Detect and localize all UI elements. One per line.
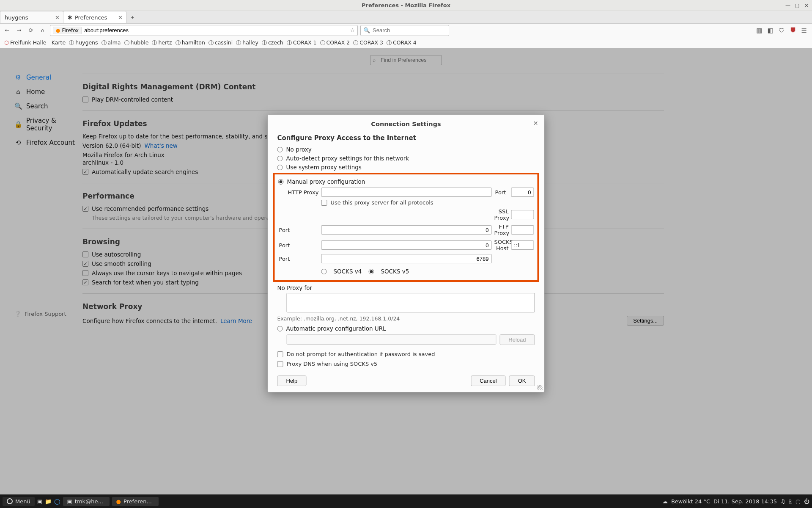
reload-button[interactable]: ⟳ bbox=[26, 26, 36, 35]
bookmark-star-icon[interactable]: ☆ bbox=[350, 27, 355, 33]
socks-port-input[interactable] bbox=[321, 254, 492, 263]
reload-button[interactable]: Reload bbox=[499, 334, 535, 345]
bookmark-item[interactable]: CORAX-1 bbox=[287, 39, 317, 46]
tray-clipboard-icon[interactable]: ⎘ bbox=[789, 498, 792, 505]
close-tab-icon[interactable]: ✕ bbox=[55, 14, 60, 21]
radio-system-proxy[interactable] bbox=[277, 165, 283, 170]
close-window-icon[interactable]: ✕ bbox=[804, 3, 809, 8]
tray-audio-icon[interactable]: ♫ bbox=[780, 498, 785, 505]
socks-v5-label: SOCKS v5 bbox=[381, 268, 409, 275]
bookmark-item[interactable]: cassini bbox=[208, 39, 233, 46]
bookmark-item[interactable]: halley bbox=[236, 39, 258, 46]
globe-icon bbox=[124, 40, 129, 45]
url-bar[interactable]: ● Firefox ☆ bbox=[50, 25, 358, 36]
globe-icon bbox=[208, 40, 214, 45]
globe-icon bbox=[69, 40, 74, 45]
tab-strip: huygens ✕ ✱ Preferences ✕ ＋ bbox=[0, 11, 812, 24]
proxy-dns-checkbox[interactable] bbox=[277, 361, 283, 367]
bookmark-item[interactable]: CORAX-2 bbox=[320, 39, 350, 46]
ok-button[interactable]: OK bbox=[509, 375, 535, 386]
bookmark-item[interactable]: hamilton bbox=[176, 39, 205, 46]
resize-grip[interactable] bbox=[538, 385, 543, 390]
globe-icon bbox=[287, 40, 292, 45]
no-prompt-checkbox[interactable] bbox=[277, 351, 283, 357]
tab-preferences[interactable]: ✱ Preferences ✕ bbox=[63, 11, 126, 23]
tab-huygens[interactable]: huygens ✕ bbox=[0, 11, 63, 23]
close-tab-icon[interactable]: ✕ bbox=[118, 14, 123, 21]
window-title: Preferences - Mozilla Firefox bbox=[362, 2, 450, 8]
modal-section-title: Configure Proxy Access to the Internet bbox=[277, 134, 535, 142]
auto-url-label: Automatic proxy configuration URL bbox=[286, 325, 386, 332]
http-port-input[interactable] bbox=[511, 188, 534, 197]
navigation-toolbar: ← → ⟳ ⌂ ● Firefox ☆ 🔍 ▥ ◧ 🛡 ⛊ ☰ bbox=[0, 24, 812, 37]
ftp-proxy-label: FTP Proxy bbox=[494, 224, 509, 236]
ftp-proxy-input[interactable] bbox=[511, 225, 534, 235]
radio-manual-proxy[interactable] bbox=[278, 179, 284, 185]
bookmarks-toolbar: ⬡Freifunk Halle - Karte huygens alma hub… bbox=[0, 37, 812, 48]
tab-label: huygens bbox=[5, 14, 28, 21]
bookmark-item[interactable]: ⬡Freifunk Halle - Karte bbox=[4, 39, 66, 46]
identity-box[interactable]: ● Firefox bbox=[53, 27, 82, 34]
sidebar-icon[interactable]: ◧ bbox=[767, 27, 773, 34]
task-terminal[interactable]: ▣tmk@he... bbox=[63, 497, 110, 506]
http-proxy-label: HTTP Proxy bbox=[278, 189, 319, 196]
hamburger-menu-icon[interactable]: ☰ bbox=[801, 27, 807, 34]
manual-proxy-label: Manual proxy configuration bbox=[287, 178, 365, 185]
new-tab-button[interactable]: ＋ bbox=[126, 11, 139, 23]
globe-icon bbox=[353, 40, 358, 45]
bookmark-item[interactable]: CORAX-3 bbox=[353, 39, 383, 46]
quicklaunch-terminal-icon[interactable]: ▣ bbox=[37, 498, 42, 505]
bookmark-item[interactable]: huygens bbox=[69, 39, 98, 46]
ublock-icon[interactable]: ⛊ bbox=[790, 27, 796, 34]
tray-display-icon[interactable]: ▢ bbox=[796, 498, 801, 505]
quicklaunch-files-icon[interactable]: 📁 bbox=[45, 498, 52, 505]
shield-icon[interactable]: 🛡 bbox=[779, 27, 785, 34]
manual-proxy-highlight: Manual proxy configuration HTTP Proxy Po… bbox=[273, 173, 539, 282]
weather-text: Bewölkt 24 °C bbox=[671, 498, 710, 505]
radio-auto-url[interactable] bbox=[277, 326, 283, 331]
no-proxy-textarea[interactable] bbox=[287, 293, 535, 312]
auto-detect-label: Auto-detect proxy settings for this netw… bbox=[286, 155, 409, 162]
url-input[interactable] bbox=[84, 27, 347, 33]
help-button[interactable]: Help bbox=[277, 375, 307, 386]
search-box[interactable]: 🔍 bbox=[360, 25, 449, 36]
radio-auto-detect[interactable] bbox=[277, 156, 283, 161]
socks-host-input[interactable] bbox=[511, 240, 534, 250]
bookmark-item[interactable]: hubble bbox=[124, 39, 149, 46]
forward-button[interactable]: → bbox=[14, 26, 24, 35]
window-titlebar: Preferences - Mozilla Firefox — ▢ ✕ bbox=[0, 0, 812, 11]
task-firefox[interactable]: ●Preferen... bbox=[112, 497, 159, 506]
ssl-proxy-input[interactable] bbox=[511, 210, 534, 219]
globe-icon bbox=[387, 40, 392, 45]
http-proxy-input[interactable] bbox=[321, 188, 492, 197]
use-all-label: Use this proxy server for all protocols bbox=[331, 199, 433, 206]
weather-icon: ☁ bbox=[662, 498, 668, 505]
radio-socks-v5[interactable] bbox=[368, 269, 374, 274]
bookmark-item[interactable]: alma bbox=[102, 39, 121, 46]
use-all-checkbox[interactable] bbox=[321, 200, 327, 206]
ftp-port-input[interactable] bbox=[321, 240, 492, 250]
ssl-port-input[interactable] bbox=[321, 225, 492, 235]
tray-power-icon[interactable]: ⏻ bbox=[804, 498, 809, 505]
search-input[interactable] bbox=[373, 27, 446, 33]
tab-label: Preferences bbox=[75, 14, 107, 21]
radio-socks-v4[interactable] bbox=[321, 269, 327, 274]
radio-no-proxy[interactable] bbox=[277, 147, 283, 152]
minimize-icon[interactable]: — bbox=[785, 3, 791, 8]
library-icon[interactable]: ▥ bbox=[756, 27, 762, 34]
maximize-icon[interactable]: ▢ bbox=[794, 3, 800, 8]
bookmark-item[interactable]: czech bbox=[262, 39, 283, 46]
auto-url-input[interactable] bbox=[287, 334, 497, 345]
bookmark-item[interactable]: CORAX-4 bbox=[387, 39, 417, 46]
datetime-text: Di 11. Sep. 2018 14:35 bbox=[713, 498, 777, 505]
cancel-button[interactable]: Cancel bbox=[471, 375, 505, 386]
no-proxy-example: Example: .mozilla.org, .net.nz, 192.168.… bbox=[277, 315, 535, 322]
bookmark-item[interactable]: hertz bbox=[152, 39, 172, 46]
globe-icon bbox=[102, 40, 107, 45]
modal-close-button[interactable]: ✕ bbox=[533, 120, 538, 127]
quicklaunch-chromium-icon[interactable]: ◯ bbox=[54, 498, 60, 505]
terminal-icon: ▣ bbox=[67, 498, 72, 505]
home-button[interactable]: ⌂ bbox=[38, 26, 47, 35]
back-button[interactable]: ← bbox=[3, 26, 12, 35]
start-menu-button[interactable]: Menü bbox=[3, 497, 35, 506]
